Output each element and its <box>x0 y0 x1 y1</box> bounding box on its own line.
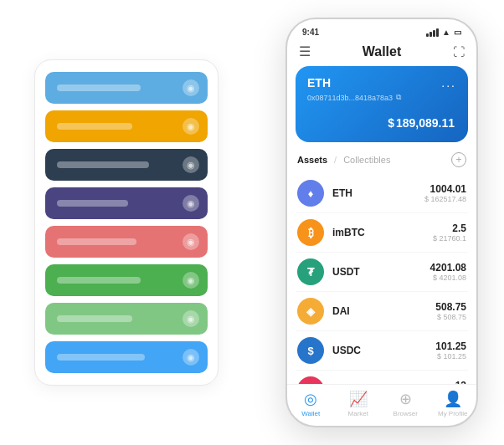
more-options-icon[interactable]: ... <box>441 76 456 90</box>
page-title: Wallet <box>363 44 402 59</box>
usdc-logo: $ <box>297 337 324 364</box>
asset-amounts: 1004.01$ 162517.48 <box>424 183 466 203</box>
nav-browser-label: Browser <box>393 410 418 417</box>
asset-amount: 4201.08 <box>430 262 466 274</box>
status-icons: ▲ ▭ <box>426 28 461 37</box>
asset-name: ETH <box>332 187 424 199</box>
usdt-logo: ₮ <box>297 258 324 285</box>
asset-name: DAI <box>332 305 435 317</box>
nav-browser-icon: ⊕ <box>399 390 412 408</box>
nav-item-wallet[interactable]: ◎Wallet <box>287 390 335 417</box>
asset-row[interactable]: ₮USDT4201.08$ 4201.08 <box>296 253 468 292</box>
tab-collectibles[interactable]: Collectibles <box>343 155 390 165</box>
card-item[interactable]: ◉ <box>45 226 208 258</box>
asset-usd: $ 162517.48 <box>424 195 466 203</box>
status-bar: 9:41 ▲ ▭ <box>287 19 476 40</box>
nav-my-profile-icon: 👤 <box>444 390 462 408</box>
phone-content[interactable]: ETH ... 0x08711d3b...8418a78a3 ⧉ $189,08… <box>287 66 476 384</box>
asset-usd: $ 508.75 <box>435 313 466 321</box>
tab-assets[interactable]: Assets <box>297 155 327 165</box>
eth-logo: ♦ <box>297 180 324 207</box>
eth-card-title: ETH <box>307 76 331 90</box>
card-item[interactable]: ◉ <box>45 341 208 373</box>
asset-amount: 508.75 <box>435 301 466 313</box>
asset-amounts: 2.5$ 21760.1 <box>433 222 466 243</box>
asset-usd: $ 4201.08 <box>430 274 466 282</box>
nav-my-profile-label: My Profile <box>438 410 468 417</box>
card-stack: ◉◉◉◉◉◉◉◉ <box>34 59 219 386</box>
asset-amount: 2.5 <box>433 222 466 234</box>
asset-row[interactable]: ◈DAI508.75$ 508.75 <box>296 292 468 331</box>
wifi-icon: ▲ <box>442 28 450 37</box>
dai-logo: ◈ <box>297 298 324 325</box>
tab-divider: / <box>334 155 337 165</box>
card-item[interactable]: ◉ <box>45 303 208 335</box>
asset-row[interactable]: ₿imBTC2.5$ 21760.1 <box>296 213 468 253</box>
nav-wallet-label: Wallet <box>301 410 320 417</box>
asset-usd: $ 101.25 <box>435 352 466 361</box>
add-asset-button[interactable]: + <box>451 152 466 167</box>
assets-tabs: Assets / Collectibles <box>297 155 390 165</box>
tft-logo: ✦ <box>297 376 324 384</box>
asset-amounts: 4201.08$ 4201.08 <box>430 262 466 282</box>
eth-card[interactable]: ETH ... 0x08711d3b...8418a78a3 ⧉ $189,08… <box>296 66 468 142</box>
signal-bar-1 <box>426 33 429 37</box>
signal-bar-2 <box>429 32 432 37</box>
nav-wallet-icon: ◎ <box>304 390 317 408</box>
nav-item-browser[interactable]: ⊕Browser <box>382 390 429 417</box>
nav-market-icon: 📈 <box>349 390 368 408</box>
imbtc-logo: ₿ <box>297 219 324 246</box>
assets-header: Assets / Collectibles + <box>296 152 468 167</box>
eth-card-header: ETH ... <box>307 76 456 90</box>
signal-bars-icon <box>426 28 439 37</box>
card-item[interactable]: ◉ <box>45 264 208 296</box>
nav-item-market[interactable]: 📈Market <box>335 390 383 417</box>
card-item[interactable]: ◉ <box>45 72 208 104</box>
scene: ◉◉◉◉◉◉◉◉ 9:41 ▲ ▭ ☰ Wallet ⛶ <box>9 9 495 436</box>
eth-card-balance: $189,089.11 <box>307 109 456 132</box>
eth-card-address: 0x08711d3b...8418a78a3 ⧉ <box>307 93 456 102</box>
asset-amounts: 101.25$ 101.25 <box>435 340 466 361</box>
bottom-nav: ◎Wallet📈Market⊕Browser👤My Profile <box>287 384 476 426</box>
copy-icon[interactable]: ⧉ <box>396 93 401 102</box>
phone-header: ☰ Wallet ⛶ <box>287 40 476 66</box>
asset-row[interactable]: $USDC101.25$ 101.25 <box>296 331 468 371</box>
asset-amount: 101.25 <box>435 340 466 352</box>
card-item[interactable]: ◉ <box>45 187 208 219</box>
phone: 9:41 ▲ ▭ ☰ Wallet ⛶ ETH <box>285 18 478 427</box>
asset-name: imBTC <box>332 227 433 238</box>
asset-amounts: 508.75$ 508.75 <box>435 301 466 321</box>
expand-icon[interactable]: ⛶ <box>453 45 465 59</box>
asset-name: USDC <box>332 345 435 356</box>
card-item[interactable]: ◉ <box>45 149 208 181</box>
nav-market-label: Market <box>348 410 368 417</box>
signal-bar-3 <box>433 30 435 37</box>
nav-item-my-profile[interactable]: 👤My Profile <box>429 390 477 417</box>
time-label: 9:41 <box>302 28 319 37</box>
battery-icon: ▭ <box>454 28 461 37</box>
asset-name: USDT <box>332 266 430 278</box>
asset-row[interactable]: ♦ETH1004.01$ 162517.48 <box>296 174 468 213</box>
asset-usd: $ 21760.1 <box>433 234 466 243</box>
asset-list: ♦ETH1004.01$ 162517.48₿imBTC2.5$ 21760.1… <box>296 174 468 384</box>
card-item[interactable]: ◉ <box>45 110 208 142</box>
signal-bar-4 <box>436 28 439 37</box>
menu-icon[interactable]: ☰ <box>299 43 311 59</box>
asset-amount: 1004.01 <box>424 183 466 195</box>
asset-row[interactable]: ✦TFT130 <box>296 371 468 384</box>
